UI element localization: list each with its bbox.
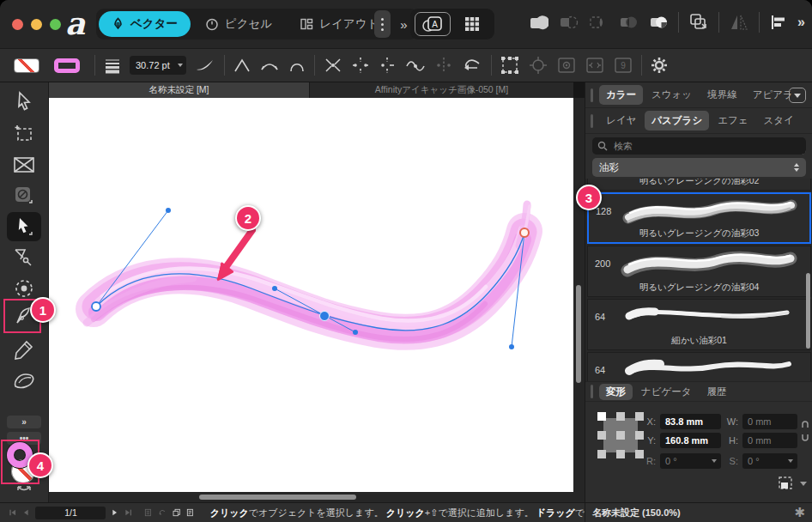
- transform-mode-icon[interactable]: [778, 476, 795, 491]
- canvas[interactable]: [49, 98, 573, 492]
- tab-path-brush[interactable]: パスブラシ: [645, 111, 709, 130]
- vector-crop-tool[interactable]: [7, 150, 41, 179]
- tab-effects[interactable]: エフェ: [711, 111, 754, 130]
- settings-gear-button[interactable]: [650, 56, 669, 75]
- close-window-button[interactable]: [12, 19, 23, 30]
- w-field[interactable]: 0 mm: [742, 414, 797, 429]
- anchor-top-left[interactable]: [597, 412, 606, 421]
- mirror-flip-button[interactable]: [729, 13, 749, 32]
- auto-correct-style-button[interactable]: A: [415, 12, 451, 36]
- previous-page-icon[interactable]: [22, 507, 29, 518]
- tab-navigator[interactable]: ナビゲータ: [634, 384, 699, 400]
- first-page-icon[interactable]: [9, 507, 16, 518]
- vector-brush-tool[interactable]: [7, 367, 41, 396]
- brush-category-select[interactable]: 油彩: [592, 158, 806, 177]
- rotate-page-icon[interactable]: [158, 507, 167, 518]
- scale-with-object-button[interactable]: [585, 55, 605, 76]
- persona-vector-button[interactable]: ベクター: [99, 11, 191, 37]
- toolbar-overflow-button[interactable]: »: [797, 15, 805, 30]
- brush-item-selected[interactable]: 128 明るいグレージングの油彩03: [587, 192, 811, 244]
- stroke-width-field[interactable]: 30.72 pt: [130, 56, 186, 75]
- brush-item[interactable]: 64: [587, 352, 811, 381]
- reverse-curve-button[interactable]: [461, 56, 483, 75]
- break-curve-button[interactable]: [351, 56, 370, 75]
- expand-tools-button[interactable]: »: [7, 416, 41, 428]
- panel-grip[interactable]: [591, 114, 593, 128]
- close-curve-button[interactable]: [378, 56, 397, 75]
- x-field[interactable]: 83.8 mm: [660, 414, 721, 429]
- brush-item[interactable]: 明るいグレージングの油彩02: [587, 179, 811, 191]
- smooth-node-button[interactable]: [259, 57, 280, 74]
- corner-tool[interactable]: [7, 243, 41, 272]
- smooth-curve-button[interactable]: [404, 56, 427, 75]
- tab-history[interactable]: 履歴: [700, 384, 734, 400]
- anchor-top-center[interactable]: [616, 412, 625, 421]
- sharp-node-button[interactable]: [233, 57, 251, 74]
- document-tab-active[interactable]: 名称未設定 [M]: [49, 82, 309, 98]
- panel-grip[interactable]: [591, 385, 593, 398]
- swap-colors-icon[interactable]: [15, 484, 33, 495]
- anchor-middle-left[interactable]: [597, 431, 606, 440]
- brush-list-scrollbar[interactable]: [806, 273, 810, 349]
- pencil-tool[interactable]: [7, 336, 41, 365]
- toolbar-menu-button[interactable]: [374, 10, 391, 38]
- boolean-subtract-button[interactable]: [558, 13, 579, 32]
- brush-item[interactable]: 64 細かい油彩01: [587, 299, 811, 350]
- pressure-profile-button[interactable]: [194, 57, 216, 74]
- node-tool[interactable]: [7, 212, 41, 241]
- link-wh-icon[interactable]: [801, 421, 809, 443]
- persona-overflow-button[interactable]: »: [393, 17, 410, 32]
- document-tab-inactive[interactable]: Affinityアイキャッチ画像-050 [M]: [309, 82, 573, 98]
- r-field[interactable]: 0 °: [660, 453, 721, 469]
- stroke-color-swatch[interactable]: [54, 58, 80, 73]
- last-page-icon[interactable]: [124, 507, 132, 518]
- style-picker-tool[interactable]: [7, 181, 41, 210]
- panel-grip[interactable]: [591, 88, 593, 102]
- arrange-move-button[interactable]: [688, 12, 709, 33]
- brush-item[interactable]: 200 細かい油彩01 明るいグレージングの油彩04: [587, 246, 811, 297]
- tab-swatches[interactable]: スウォッ: [645, 85, 699, 105]
- s-field[interactable]: 0 °: [742, 453, 797, 469]
- anchor-center[interactable]: [616, 431, 625, 440]
- minimize-window-button[interactable]: [31, 19, 42, 30]
- show-orientation-button[interactable]: [556, 55, 577, 76]
- tab-stroke[interactable]: 境界線: [700, 85, 744, 105]
- transform-mode-button[interactable]: [500, 55, 520, 76]
- vertical-scrollbar[interactable]: [576, 285, 581, 383]
- smart-node-button[interactable]: [288, 57, 306, 74]
- boolean-intersect-button[interactable]: [588, 13, 609, 32]
- page-indicator[interactable]: 1/1: [35, 507, 106, 519]
- tab-layers[interactable]: レイヤ: [599, 111, 643, 130]
- horizontal-scrollbar[interactable]: [199, 495, 356, 500]
- rotation-badge-button[interactable]: 9: [613, 55, 633, 76]
- flatten-curve-button[interactable]: [434, 56, 453, 75]
- boolean-divide-button[interactable]: [648, 13, 669, 32]
- document-info-icon[interactable]: [186, 507, 194, 519]
- tab-styles[interactable]: スタイ: [756, 111, 800, 130]
- join-curves-button[interactable]: [323, 56, 343, 75]
- anchor-bottom-left[interactable]: [597, 450, 606, 458]
- boolean-add-button[interactable]: [528, 13, 548, 32]
- alignment-button[interactable]: [769, 13, 788, 32]
- tab-transform[interactable]: 変形: [599, 384, 633, 400]
- collapse-panel-button[interactable]: [789, 88, 806, 103]
- anchor-bottom-center[interactable]: [616, 450, 625, 458]
- search-input[interactable]: [612, 140, 801, 152]
- chevron-down-icon[interactable]: [800, 482, 807, 486]
- stroke-panel-button[interactable]: [103, 57, 122, 74]
- grid-toggle-button[interactable]: [454, 12, 490, 36]
- duplicate-page-icon[interactable]: [173, 507, 180, 519]
- anchor-point-selector[interactable]: [597, 412, 644, 458]
- artboard-tool[interactable]: [7, 119, 41, 149]
- transform-origin-button[interactable]: [528, 55, 548, 76]
- move-tool[interactable]: [7, 87, 41, 116]
- page-list-icon[interactable]: [144, 507, 152, 519]
- zoom-window-button[interactable]: [50, 19, 61, 30]
- y-field[interactable]: 160.8 mm: [660, 433, 721, 448]
- h-field[interactable]: 0 mm: [742, 433, 797, 448]
- fill-color-swatch[interactable]: [14, 58, 39, 73]
- next-page-icon[interactable]: [112, 507, 118, 518]
- favorite-star-icon[interactable]: ✱: [794, 505, 805, 520]
- persona-pixel-button[interactable]: ピクセル: [192, 11, 285, 37]
- boolean-xor-button[interactable]: [618, 13, 639, 32]
